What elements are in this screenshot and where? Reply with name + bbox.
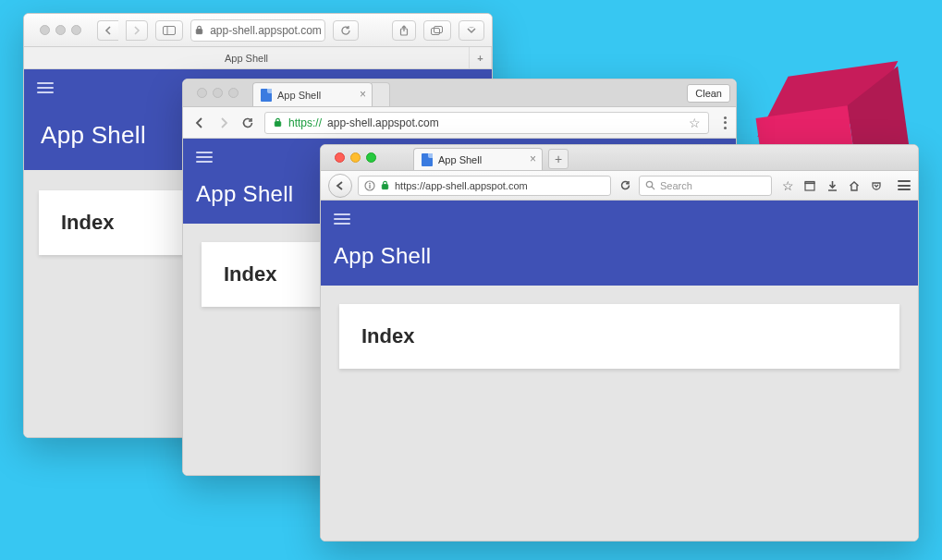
favicon-icon <box>422 153 433 166</box>
svg-rect-0 <box>164 26 176 34</box>
firefox-tab-title: App Shell <box>438 154 482 165</box>
back-button[interactable] <box>192 116 207 130</box>
svg-point-8 <box>369 182 371 184</box>
safari-new-tab-button[interactable]: + <box>470 47 492 68</box>
app-content: Index <box>321 286 918 541</box>
zoom-dot[interactable] <box>366 152 376 163</box>
firefox-new-tab-button[interactable]: + <box>548 149 569 169</box>
search-icon <box>645 180 655 190</box>
forward-button[interactable] <box>216 116 231 130</box>
info-icon <box>364 180 375 191</box>
search-placeholder: Search <box>660 180 692 191</box>
pocket-icon[interactable] <box>870 179 883 192</box>
svg-rect-9 <box>369 185 370 189</box>
url-protocol: https:// <box>288 116 322 129</box>
download-icon[interactable] <box>826 179 838 192</box>
close-dot[interactable] <box>335 152 345 163</box>
chrome-tab-strip: App Shell × Clean <box>183 79 736 107</box>
app-title: App Shell <box>321 237 918 286</box>
firefox-browser-window: App Shell × + https://app-shell.appspot.… <box>320 144 919 542</box>
forward-button[interactable] <box>126 20 148 41</box>
sidebar-button[interactable] <box>155 20 183 41</box>
safari-tab-bar: App Shell + <box>24 47 492 69</box>
firefox-address-bar[interactable]: https://app-shell.appspot.com <box>358 176 611 196</box>
hamburger-icon[interactable] <box>196 152 213 163</box>
traffic-lights <box>31 25 90 35</box>
svg-rect-2 <box>196 30 202 34</box>
chrome-menu-icon[interactable] <box>724 116 727 129</box>
back-button[interactable] <box>97 20 118 41</box>
hamburger-icon[interactable] <box>37 82 54 93</box>
chrome-new-tab-button[interactable] <box>372 82 390 106</box>
zoom-dot[interactable] <box>228 88 239 98</box>
chrome-tab-active[interactable]: App Shell × <box>252 82 373 106</box>
reload-button[interactable] <box>240 116 255 130</box>
firefox-tab-active[interactable]: App Shell × <box>413 148 543 170</box>
clean-button[interactable]: Clean <box>687 84 730 103</box>
zoom-dot[interactable] <box>71 25 81 35</box>
traffic-lights <box>189 88 247 98</box>
close-dot[interactable] <box>197 88 207 98</box>
chrome-tab-title: App Shell <box>277 90 321 101</box>
firefox-toolbar-icons: ☆ <box>777 179 887 192</box>
overflow-button[interactable] <box>459 20 484 41</box>
content-heading: Index <box>361 324 877 348</box>
svg-rect-6 <box>275 122 280 127</box>
tabs-button[interactable] <box>423 20 451 41</box>
close-dot[interactable] <box>40 25 50 35</box>
reload-button[interactable] <box>617 177 633 194</box>
lock-icon <box>194 25 204 35</box>
firefox-url-text: https://app-shell.appspot.com <box>395 180 528 191</box>
safari-address-bar[interactable]: app-shell.appspot.com <box>190 19 325 42</box>
svg-rect-5 <box>434 26 443 32</box>
safari-tab-title: App Shell <box>225 53 268 64</box>
bookmark-star-icon[interactable]: ☆ <box>689 116 701 130</box>
bookmark-star-icon[interactable]: ☆ <box>781 179 794 192</box>
lock-icon <box>380 180 390 190</box>
svg-rect-4 <box>432 28 440 34</box>
url-host: app-shell.appspot.com <box>327 116 439 129</box>
content-card: Index <box>339 304 899 369</box>
app-header: App Shell <box>321 201 918 286</box>
safari-url-text: app-shell.appspot.com <box>210 24 322 37</box>
home-icon[interactable] <box>848 179 861 192</box>
svg-rect-13 <box>805 183 814 190</box>
firefox-menu-icon[interactable] <box>898 180 911 190</box>
safari-tab-active[interactable]: App Shell <box>24 47 470 68</box>
svg-line-12 <box>652 187 655 189</box>
close-tab-icon[interactable]: × <box>530 152 536 165</box>
firefox-tab-strip: App Shell × + <box>321 145 918 171</box>
svg-point-11 <box>646 181 652 187</box>
firefox-toolbar: https://app-shell.appspot.com Search ☆ <box>321 171 918 201</box>
minimize-dot[interactable] <box>350 152 361 163</box>
lock-icon <box>273 117 283 128</box>
minimize-dot[interactable] <box>55 25 66 35</box>
minimize-dot[interactable] <box>213 88 223 98</box>
close-tab-icon[interactable]: × <box>360 88 366 101</box>
favicon-icon <box>261 89 272 102</box>
traffic-lights <box>326 152 413 163</box>
chrome-address-bar[interactable]: https://app-shell.appspot.com ☆ <box>264 112 709 134</box>
chrome-toolbar: https://app-shell.appspot.com ☆ <box>183 107 736 139</box>
firefox-search-box[interactable]: Search <box>639 176 772 196</box>
hamburger-icon[interactable] <box>334 213 350 225</box>
back-button[interactable] <box>328 174 352 198</box>
library-icon[interactable] <box>803 179 816 192</box>
safari-toolbar: app-shell.appspot.com <box>24 14 492 47</box>
svg-rect-10 <box>382 185 387 189</box>
share-button[interactable] <box>392 20 416 41</box>
reload-button[interactable] <box>333 20 359 41</box>
